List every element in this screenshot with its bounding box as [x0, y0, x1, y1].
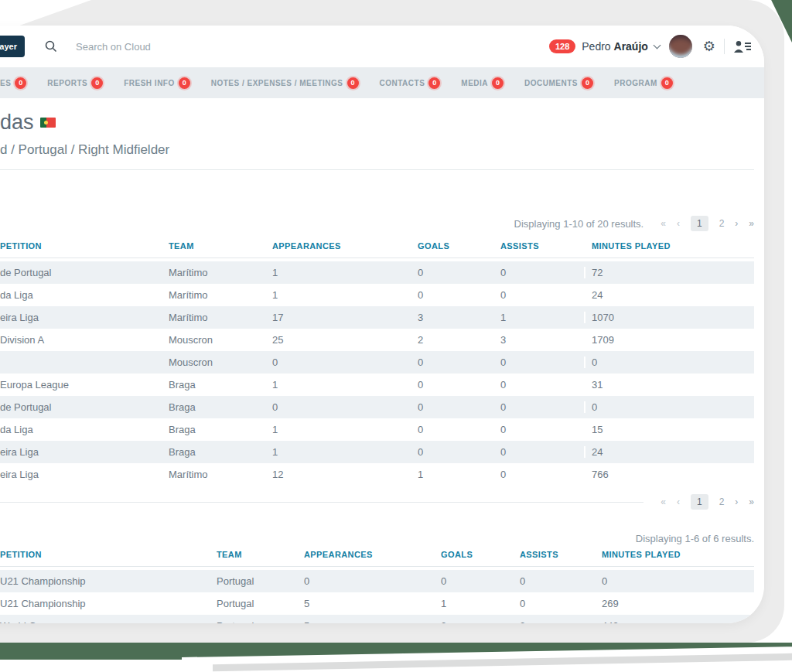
search-input[interactable]	[76, 41, 549, 53]
nav-tab[interactable]: MEDIA 0	[461, 77, 504, 89]
nav-tab-label: REPORTS	[47, 79, 87, 87]
table-row[interactable]: Mouscron 0 0 0 0	[0, 351, 754, 374]
cell-assists: 2	[520, 620, 602, 623]
cell-assists: 0	[500, 401, 584, 413]
pagination-prev[interactable]: ‹	[677, 496, 680, 507]
cell-assists: 0	[520, 598, 602, 609]
cell-goals: 0	[418, 289, 500, 301]
pagination-next[interactable]: ›	[735, 218, 738, 229]
portugal-flag-icon	[40, 118, 56, 128]
column-header: GOALS	[418, 241, 500, 251]
cell-competition: de Portugal	[0, 401, 169, 413]
cell-appearances: 1	[272, 289, 418, 301]
nav-tab[interactable]: NOTES / EXPENSES / MEETINGS 0	[211, 77, 359, 89]
cell-goals: 1	[441, 598, 520, 609]
club-stats-table: de Portugal Marítimo 1 0 0 72 da Liga Ma…	[0, 261, 754, 486]
nav-tab-count-badge: 0	[347, 77, 359, 89]
cell-minutes: 15	[584, 424, 754, 435]
player-button[interactable]: Player	[0, 36, 25, 57]
column-header: TEAM	[217, 550, 304, 559]
cell-appearances: 1	[272, 424, 418, 435]
avatar[interactable]	[669, 35, 692, 58]
table-row[interactable]: U21 Championship Portugal 5 1 0 269	[0, 592, 754, 615]
table-row[interactable]: eira Liga Marítimo 12 1 0 766	[0, 463, 754, 486]
user-menu[interactable]: 128 Pedro Araújo ⚙	[549, 35, 752, 58]
column-header: PETITION	[0, 241, 169, 251]
cell-minutes: 0	[584, 356, 754, 368]
national-stats-table: U21 Championship Portugal 0 0 0 0 U21 Ch…	[0, 570, 754, 623]
cell-competition: da Liga	[0, 289, 169, 301]
nav-tab-label: FRESH INFO	[124, 79, 175, 87]
pagination-page-1[interactable]: 1	[691, 216, 708, 231]
cell-team: Braga	[169, 424, 272, 435]
cell-appearances: 1	[272, 267, 418, 278]
chevron-down-icon[interactable]	[653, 42, 661, 49]
app-window: Player 128 Pedro Araújo ⚙	[0, 26, 764, 623]
pagination-page-2[interactable]: 2	[719, 496, 725, 507]
cell-team: Portugal	[217, 620, 304, 623]
cell-minutes: 1070	[584, 312, 754, 323]
cell-appearances: 1	[272, 379, 418, 391]
search-icon[interactable]	[45, 40, 57, 53]
cell-competition: U21 Championship	[0, 575, 217, 587]
cell-appearances: 0	[272, 356, 418, 368]
cell-assists: 0	[500, 469, 584, 480]
table-row[interactable]: de Portugal Braga 0 0 0 0	[0, 396, 754, 418]
cell-assists: 3	[500, 334, 584, 346]
nav-tab-label: CONTACTS	[380, 79, 425, 87]
nav-tab-label: DOCUMENTS	[524, 79, 578, 87]
table-row[interactable]: eira Liga Marítimo 17 3 1 1070	[0, 306, 754, 329]
pagination-first[interactable]: «	[661, 496, 666, 507]
nav-tab[interactable]: DOCUMENTS 0	[524, 77, 593, 89]
nav-tab[interactable]: FRESH INFO 0	[124, 77, 190, 89]
results-count: Displaying 1-6 of 6 results.	[636, 533, 754, 544]
cell-minutes: 31	[584, 379, 754, 391]
table-row[interactable]: da Liga Braga 1 0 0 15	[0, 418, 754, 441]
table-row[interactable]: World Cup Portugal 5 2 2 449	[0, 615, 754, 623]
nav-tab[interactable]: PROGRAM 0	[614, 77, 673, 89]
cell-goals: 0	[441, 575, 520, 587]
nav-tab[interactable]: CONTACTS 0	[380, 77, 441, 89]
cell-competition: de Portugal	[0, 267, 169, 278]
table-row[interactable]: da Liga Marítimo 1 0 0 24	[0, 284, 754, 306]
notification-badge[interactable]: 128	[549, 39, 575, 53]
column-header: TEAM	[169, 241, 272, 251]
pagination-next[interactable]: ›	[735, 496, 738, 507]
nav-tab[interactable]: REPORTS 0	[47, 77, 103, 89]
player-details: d / Portugal / Right Midfielder	[0, 142, 754, 159]
table-row[interactable]: Europa League Braga 1 0 0 31	[0, 374, 754, 396]
cell-team: Braga	[169, 401, 272, 413]
club-stats-header: PETITION TEAM APPEARANCES GOALS ASSISTS …	[0, 241, 754, 258]
table-row[interactable]: eira Liga Braga 1 0 0 24	[0, 441, 754, 463]
cell-appearances: 17	[272, 312, 418, 323]
nav-tab-label: PROGRAM	[614, 79, 657, 87]
pagination-page-1[interactable]: 1	[691, 494, 708, 510]
cell-assists: 0	[500, 267, 584, 278]
cell-goals: 1	[418, 469, 500, 480]
cell-minutes: 24	[584, 446, 754, 458]
column-header: ASSISTS	[500, 241, 584, 251]
nav-tab-label: ES	[0, 79, 11, 87]
cell-goals: 2	[418, 334, 500, 346]
pagination-last[interactable]: »	[749, 496, 754, 507]
cell-appearances: 0	[304, 575, 441, 587]
cell-minutes: 0	[584, 401, 754, 413]
table-row[interactable]: Division A Mouscron 25 2 3 1709	[0, 329, 754, 351]
pagination-last[interactable]: »	[749, 218, 754, 229]
national-stats-header: PETITION TEAM APPEARANCES GOALS ASSISTS …	[0, 550, 754, 567]
cell-assists: 0	[500, 424, 584, 435]
cell-goals: 2	[441, 620, 520, 623]
nav-tab-label: NOTES / EXPENSES / MEETINGS	[211, 79, 343, 87]
pagination-first[interactable]: «	[661, 218, 666, 229]
cell-competition: eira Liga	[0, 312, 169, 323]
nav-tab[interactable]: ES 0	[0, 77, 26, 89]
table-row[interactable]: de Portugal Marítimo 1 0 0 72	[0, 261, 754, 284]
pagination-page-2[interactable]: 2	[719, 218, 725, 229]
pagination-prev[interactable]: ‹	[677, 218, 680, 229]
user-admin-icon[interactable]	[733, 40, 752, 53]
table-row[interactable]: U21 Championship Portugal 0 0 0 0	[0, 570, 754, 592]
divider	[0, 169, 754, 170]
cell-assists: 0	[500, 356, 584, 368]
gear-icon[interactable]: ⚙	[703, 39, 715, 53]
cell-appearances: 12	[272, 469, 418, 480]
